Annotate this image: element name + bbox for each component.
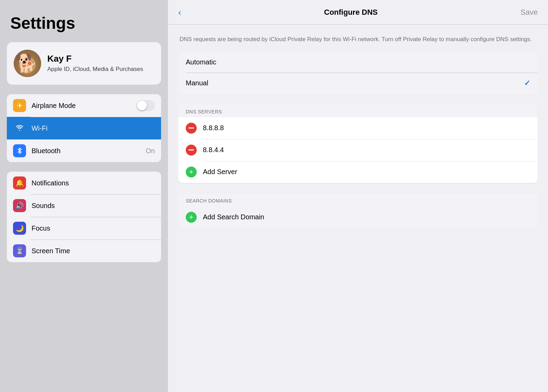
airplane-mode-label: Airplane Mode [32, 102, 136, 110]
table-row: 8.8.4.4 [178, 139, 538, 161]
settings-title: Settings [7, 14, 161, 33]
wifi-label: Wi-Fi [32, 124, 155, 132]
screen-time-icon: ⏳ [13, 244, 26, 257]
airplane-mode-toggle[interactable] [136, 100, 155, 111]
dns-mode-section: Automatic Manual ✓ [178, 52, 538, 94]
sidebar-item-sounds[interactable]: 🔊 Sounds [7, 194, 161, 217]
info-text: DNS requests are being routed by iCloud … [178, 35, 538, 44]
add-search-domain-row[interactable]: + Add Search Domain [178, 206, 538, 228]
wifi-icon [13, 122, 26, 135]
sidebar-item-wifi[interactable]: Wi-Fi [7, 117, 161, 139]
profile-card[interactable]: Kay F Apple ID, iCloud, Media & Purchase… [7, 42, 161, 85]
back-button[interactable]: ‹ [178, 8, 181, 17]
server-ip-2: 8.8.4.4 [203, 146, 224, 154]
notifications-label: Notifications [32, 179, 155, 187]
sidebar-item-bluetooth[interactable]: Bluetooth On [7, 139, 161, 162]
add-server-row[interactable]: + Add Server [178, 161, 538, 183]
bluetooth-value: On [146, 147, 155, 155]
save-button[interactable]: Save [521, 8, 538, 17]
profile-subtitle: Apple ID, iCloud, Media & Purchases [47, 65, 143, 73]
search-domains-section: SEARCH DOMAINS + Add Search Domain [178, 193, 538, 228]
add-search-domain-icon: + [186, 212, 197, 223]
back-chevron-icon: ‹ [178, 8, 181, 17]
add-server-label: Add Server [203, 168, 237, 176]
main-panel: ‹ Configure DNS Save DNS requests are be… [168, 0, 548, 392]
sidebar-item-notifications[interactable]: 🔔 Notifications [7, 172, 161, 194]
sidebar: Settings Kay F Apple ID, iCloud, Media &… [0, 0, 168, 392]
avatar [14, 50, 41, 77]
screen-time-label: Screen Time [32, 247, 155, 255]
sidebar-item-focus[interactable]: 🌙 Focus [7, 217, 161, 240]
content-area: DNS requests are being routed by iCloud … [168, 25, 548, 392]
settings-section-2: 🔔 Notifications 🔊 Sounds 🌙 Focus ⏳ Scree… [7, 172, 161, 262]
settings-section-1: ✈ Airplane Mode Wi-Fi Blue [7, 94, 161, 162]
server-ip-1: 8.8.8.8 [203, 124, 224, 132]
add-server-icon: + [186, 167, 197, 177]
server-list: 8.8.8.8 8.8.4.4 + Add Server [178, 117, 538, 183]
sounds-label: Sounds [32, 202, 155, 210]
dns-mode-manual[interactable]: Manual ✓ [178, 73, 538, 94]
dns-servers-header: DNS SERVERS [178, 104, 538, 117]
remove-server-2-button[interactable] [186, 145, 197, 156]
manual-label: Manual [186, 79, 524, 87]
bluetooth-icon [13, 144, 26, 157]
focus-icon: 🌙 [13, 222, 26, 235]
nav-bar: ‹ Configure DNS Save [168, 0, 548, 25]
remove-server-1-button[interactable] [186, 123, 197, 134]
notifications-icon: 🔔 [13, 176, 26, 189]
manual-checkmark: ✓ [524, 79, 530, 88]
airplane-mode-icon: ✈ [13, 99, 26, 112]
bluetooth-label: Bluetooth [32, 147, 146, 155]
page-title: Configure DNS [181, 8, 521, 17]
focus-label: Focus [32, 224, 155, 232]
dns-servers-card: DNS SERVERS 8.8.8.8 8.8.4.4 + Add Server [178, 104, 538, 183]
table-row: 8.8.8.8 [178, 117, 538, 139]
automatic-label: Automatic [186, 58, 530, 66]
add-search-domain-label: Add Search Domain [203, 213, 264, 221]
sounds-icon: 🔊 [13, 199, 26, 212]
sidebar-item-airplane-mode[interactable]: ✈ Airplane Mode [7, 94, 161, 117]
sidebar-item-screen-time[interactable]: ⏳ Screen Time [7, 240, 161, 262]
dns-mode-automatic[interactable]: Automatic [178, 52, 538, 73]
search-domains-header: SEARCH DOMAINS [178, 193, 538, 206]
profile-name: Kay F [47, 53, 143, 64]
